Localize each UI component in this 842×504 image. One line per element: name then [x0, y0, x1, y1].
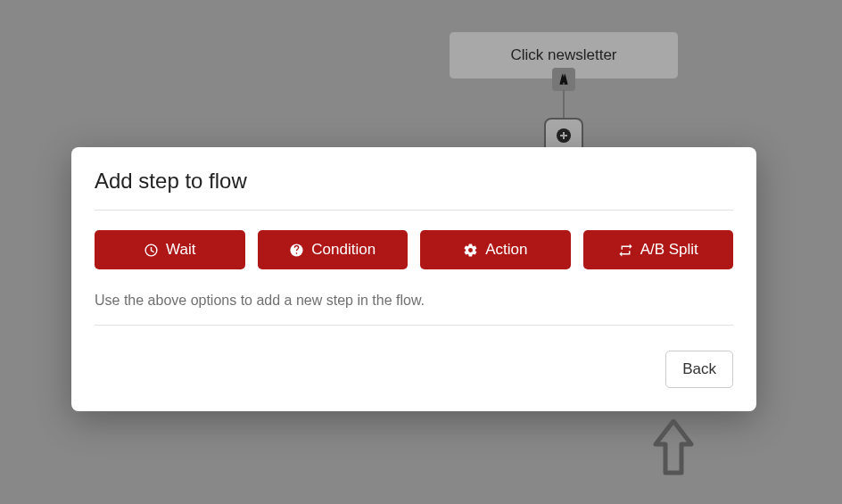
plus-icon	[557, 128, 571, 143]
ab-split-label: A/B Split	[640, 241, 698, 259]
wait-label: Wait	[166, 241, 195, 259]
flow-node-click-newsletter[interactable]: Click newsletter	[449, 31, 679, 79]
action-button[interactable]: Action	[420, 230, 571, 269]
modal-footer: Back	[71, 342, 756, 411]
clock-icon	[144, 243, 159, 258]
modal-body: Wait Condition Action A/B Split	[71, 211, 756, 342]
condition-label: Condition	[311, 241, 376, 259]
flow-node-label: Click newsletter	[510, 46, 616, 64]
back-button[interactable]: Back	[665, 351, 733, 388]
wait-button[interactable]: Wait	[95, 230, 245, 269]
gear-icon	[463, 243, 478, 258]
step-type-buttons: Wait Condition Action A/B Split	[95, 230, 733, 269]
modal-title: Add step to flow	[95, 169, 733, 194]
flow-connector	[563, 90, 565, 119]
condition-button[interactable]: Condition	[258, 230, 409, 269]
add-step-modal: Add step to flow Wait Condition	[71, 147, 756, 411]
road-icon	[557, 73, 570, 86]
action-label: Action	[485, 241, 527, 259]
modal-header: Add step to flow	[71, 147, 756, 210]
flow-node-badge	[552, 68, 575, 91]
question-icon	[289, 243, 304, 258]
swap-icon	[618, 243, 633, 258]
ab-split-button[interactable]: A/B Split	[583, 230, 734, 269]
help-text: Use the above options to add a new step …	[95, 293, 733, 326]
